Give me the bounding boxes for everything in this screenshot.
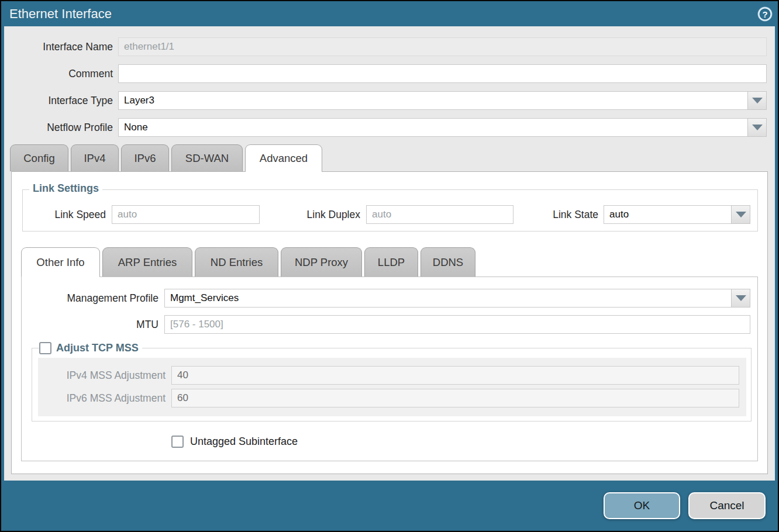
ipv4-mss-row: IPv4 MSS Adjustment — [38, 366, 739, 385]
untagged-subinterface-label: Untagged Subinterface — [184, 436, 298, 448]
svg-text:?: ? — [762, 9, 767, 19]
mss-disabled-panel: IPv4 MSS Adjustment IPv6 MSS Adjustment — [38, 358, 746, 416]
chevron-down-icon[interactable] — [747, 91, 767, 110]
netflow-profile-row: Netflow Profile — [4, 118, 775, 137]
ipv4-mss-label: IPv4 MSS Adjustment — [38, 369, 171, 382]
link-speed-field[interactable] — [112, 205, 260, 224]
subtab-lldp[interactable]: LLDP — [364, 247, 418, 277]
subtab-ndp-proxy[interactable]: NDP Proxy — [281, 247, 362, 277]
link-settings-row: Link Speed Link Duplex Link State — [23, 205, 757, 224]
dialog-footer: OK Cancel — [1, 481, 778, 531]
mtu-label: MTU — [22, 319, 164, 331]
netflow-profile-value[interactable] — [118, 118, 747, 137]
interface-type-value[interactable] — [118, 91, 747, 110]
management-profile-row: Management Profile — [22, 289, 757, 308]
sub-tabstrip: Other Info ARP Entries ND Entries NDP Pr… — [21, 247, 767, 277]
untagged-subinterface-checkbox[interactable] — [171, 436, 184, 448]
comment-row: Comment — [4, 64, 775, 83]
ethernet-interface-dialog: Ethernet Interface ? Interface Name Comm… — [0, 0, 779, 532]
tab-sd-wan[interactable]: SD-WAN — [171, 144, 243, 171]
management-profile-label: Management Profile — [22, 292, 164, 305]
adjust-tcp-mss-label: Adjust TCP MSS — [51, 342, 142, 354]
dropdown-triangle-icon — [736, 295, 746, 301]
ipv6-mss-field — [171, 389, 739, 407]
tab-config[interactable]: Config — [10, 144, 68, 171]
chevron-down-icon[interactable] — [731, 289, 750, 308]
dialog-body: Interface Name Comment Interface Type Ne… — [4, 26, 775, 481]
link-settings-legend: Link Settings — [29, 182, 102, 195]
management-profile-value[interactable] — [164, 289, 731, 308]
untagged-subinterface-row: Untagged Subinterface — [171, 436, 757, 448]
mtu-field[interactable] — [164, 315, 750, 334]
tab-advanced[interactable]: Advanced — [245, 144, 322, 171]
link-speed-label: Link Speed — [23, 209, 112, 221]
dropdown-triangle-icon — [752, 98, 763, 103]
interface-type-select[interactable] — [118, 91, 767, 110]
subtab-other-info[interactable]: Other Info — [21, 247, 100, 277]
help-icon[interactable]: ? — [757, 6, 773, 22]
link-state-select[interactable] — [604, 205, 750, 224]
chevron-down-icon[interactable] — [731, 205, 750, 224]
comment-field[interactable] — [118, 64, 767, 83]
cancel-button[interactable]: Cancel — [688, 492, 766, 519]
interface-name-field — [118, 37, 767, 56]
management-profile-select[interactable] — [164, 289, 750, 308]
link-duplex-field[interactable] — [366, 205, 513, 224]
tab-ipv6[interactable]: IPv6 — [121, 144, 169, 171]
adjust-tcp-mss-fieldset: Adjust TCP MSS IPv4 MSS Adjustment IPv6 … — [32, 348, 752, 422]
netflow-profile-label: Netflow Profile — [4, 122, 118, 134]
advanced-tab-panel: Link Settings Link Speed Link Duplex Lin… — [11, 171, 768, 474]
dropdown-triangle-icon — [752, 125, 763, 130]
adjust-tcp-mss-legend: Adjust TCP MSS — [39, 342, 142, 354]
comment-label: Comment — [4, 68, 118, 80]
ipv6-mss-row: IPv6 MSS Adjustment — [38, 389, 739, 407]
ok-button[interactable]: OK — [604, 492, 680, 519]
link-settings-fieldset: Link Settings Link Speed Link Duplex Lin… — [22, 189, 758, 232]
main-tabstrip: Config IPv4 IPv6 SD-WAN Advanced — [10, 144, 775, 171]
adjust-tcp-mss-checkbox[interactable] — [39, 342, 51, 354]
dialog-title: Ethernet Interface — [9, 6, 112, 22]
dropdown-triangle-icon — [736, 212, 746, 217]
ipv6-mss-label: IPv6 MSS Adjustment — [38, 392, 171, 405]
subtab-arp-entries[interactable]: ARP Entries — [102, 247, 192, 277]
subtab-ddns[interactable]: DDNS — [420, 247, 475, 277]
link-state-label: Link State — [545, 209, 604, 221]
subtab-nd-entries[interactable]: ND Entries — [195, 247, 278, 277]
link-state-value[interactable] — [604, 205, 731, 224]
dialog-titlebar: Ethernet Interface ? — [1, 1, 778, 26]
interface-name-label: Interface Name — [4, 41, 118, 53]
interface-type-label: Interface Type — [4, 95, 118, 107]
interface-type-row: Interface Type — [4, 91, 775, 110]
other-info-panel: Management Profile MTU — [21, 277, 758, 461]
tab-ipv4[interactable]: IPv4 — [71, 144, 119, 171]
chevron-down-icon[interactable] — [747, 118, 767, 137]
interface-name-row: Interface Name — [4, 37, 775, 56]
ipv4-mss-field — [171, 366, 739, 385]
mtu-row: MTU — [22, 315, 757, 334]
link-duplex-label: Link Duplex — [284, 209, 366, 221]
netflow-profile-select[interactable] — [118, 118, 767, 137]
